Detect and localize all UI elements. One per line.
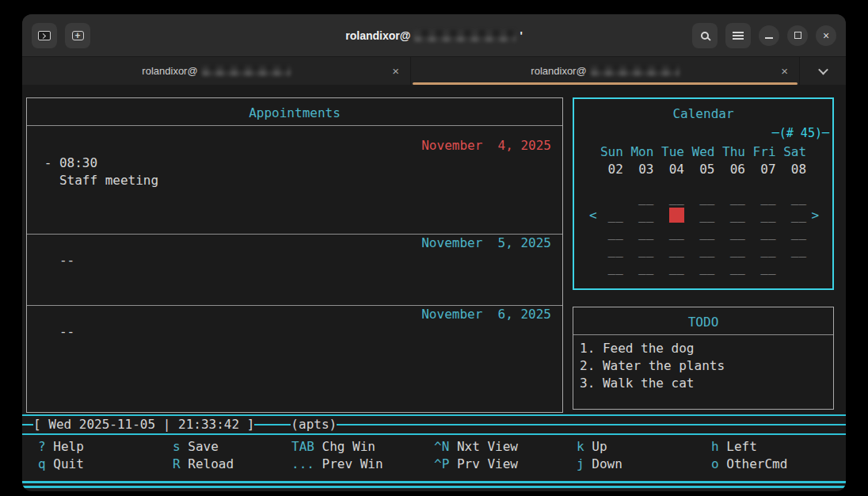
divider xyxy=(254,424,291,425)
tab-2-active[interactable]: rolandixor@ × xyxy=(411,57,800,85)
divider xyxy=(22,486,846,488)
calendar-grid-row: __ __ __ __ __ __ __ xyxy=(600,224,806,242)
redacted-hostname xyxy=(414,30,516,42)
divider xyxy=(22,481,846,483)
todo-list: 1. Feed the dog 2. Water the plants 3. W… xyxy=(573,340,833,392)
help-label: Help xyxy=(53,439,84,454)
todo-item: 1. Feed the dog xyxy=(573,340,833,357)
appointment-section: November 4, 2025 - 08:30 Staff meeting xyxy=(27,137,562,189)
todo-panel: TODO 1. Feed the dog 2. Water the plants… xyxy=(573,307,834,410)
calendar-grid-row: __ __ __ __ __ __ __ xyxy=(600,242,806,259)
tab-2-label: rolandixor@ xyxy=(531,65,586,77)
help-label: OtherCmd xyxy=(726,456,787,471)
terminal-icon xyxy=(38,31,51,40)
keybinding-help-bar: ? Help q Quit s Save R Reload TAB Chg Wi… xyxy=(38,438,839,473)
weekday-header: Sun Mon Tue Wed Thu Fri Sat xyxy=(600,143,806,161)
divider xyxy=(27,125,562,126)
status-bar: [ Wed 2025-11-05 | 21:33:42 ] (apts) xyxy=(22,414,846,435)
help-key: ^P xyxy=(434,456,457,471)
status-line: [ Wed 2025-11-05 | 21:33:42 ] (apts) xyxy=(22,416,846,433)
help-label: Save xyxy=(188,439,219,454)
calendar-grid: < > __ __ __ __ __ __ __ __ __ __ __ __ … xyxy=(600,189,806,277)
day-numbers-row: 02 03 04 05 06 07 08 xyxy=(600,161,806,178)
header-bar: + rolandixor@ ' × xyxy=(22,14,846,57)
status-view-name: (apts) xyxy=(291,416,337,433)
calendar-grid-row: __ __ __ __ __ __ xyxy=(600,259,806,277)
minimize-button[interactable] xyxy=(759,25,779,46)
divider xyxy=(337,424,846,425)
appointment-date: November 6, 2025 xyxy=(27,306,562,323)
help-column: k Up j Down xyxy=(577,438,711,473)
help-label: Quit xyxy=(53,456,84,471)
appointments-title: Appointments xyxy=(27,98,562,125)
day-number: 06 xyxy=(730,162,745,177)
help-label: Prev Win xyxy=(322,456,383,471)
window-title-suffix: ' xyxy=(520,29,522,42)
day-number: 08 xyxy=(791,162,806,177)
appointment-entry: - 08:30 xyxy=(27,155,562,172)
new-tab-icon: + xyxy=(72,31,84,40)
minimize-icon xyxy=(765,37,773,39)
help-column: ^N Nxt View ^P Prv View xyxy=(434,438,577,473)
help-label: Nxt View xyxy=(457,439,518,454)
header-left-actions: + xyxy=(32,23,90,48)
tab-1[interactable]: rolandixor@ × xyxy=(22,57,411,85)
day-number: 07 xyxy=(760,162,775,177)
appointments-panel: Appointments November 4, 2025 - 08:30 St… xyxy=(26,97,563,413)
search-button[interactable] xyxy=(692,23,718,48)
help-label: Chg Win xyxy=(322,439,375,454)
help-column: ? Help q Quit xyxy=(38,438,173,473)
help-column: s Save R Reload xyxy=(173,438,291,473)
new-tab-button[interactable]: + xyxy=(65,23,90,48)
help-column: TAB Chg Win ... Prev Win xyxy=(291,438,434,473)
tab-2-close-icon[interactable]: × xyxy=(781,64,788,78)
appointment-entry: Staff meeting xyxy=(27,172,562,189)
bottom-rule xyxy=(22,481,846,490)
appointment-section: November 6, 2025 -- xyxy=(27,306,562,341)
appointment-entry: -- xyxy=(27,252,562,269)
help-label: Prv View xyxy=(457,456,518,471)
divider xyxy=(22,424,33,425)
terminal-window-button[interactable] xyxy=(32,23,57,48)
redacted-hostname xyxy=(202,66,291,76)
help-key: q xyxy=(38,456,53,471)
help-label: Up xyxy=(592,439,607,454)
todo-title: TODO xyxy=(573,307,833,334)
help-key: ... xyxy=(291,456,322,471)
appointment-entry: -- xyxy=(27,323,562,341)
help-key: ^N xyxy=(434,439,457,454)
todo-item: 3. Walk the cat xyxy=(573,375,833,392)
chevron-down-icon xyxy=(818,65,828,75)
help-label: Reload xyxy=(188,456,234,471)
appointment-section: November 5, 2025 -- xyxy=(27,235,562,269)
status-datetime: [ Wed 2025-11-05 | 21:33:42 ] xyxy=(33,416,254,433)
tab-1-label: rolandixor@ xyxy=(142,65,197,77)
close-icon: × xyxy=(823,30,829,41)
grid-cells: __ __ xyxy=(600,208,669,223)
help-label: Down xyxy=(592,456,622,471)
header-right-actions: × xyxy=(692,23,836,48)
close-button[interactable]: × xyxy=(816,25,836,46)
menu-button[interactable] xyxy=(725,23,751,48)
search-icon xyxy=(701,32,709,40)
terminal-window: + rolandixor@ ' × xyxy=(22,14,846,491)
maximize-button[interactable] xyxy=(787,25,808,46)
help-column: h Left o OtherCmd xyxy=(711,438,839,473)
help-key: R xyxy=(173,456,188,471)
prev-month-arrow: < xyxy=(589,207,597,224)
help-key: s xyxy=(173,439,188,454)
tab-bar: rolandixor@ × rolandixor@ × xyxy=(22,57,846,85)
day-number-selected: 04 xyxy=(669,162,684,177)
terminal-content[interactable]: Appointments November 4, 2025 - 08:30 St… xyxy=(22,85,846,490)
todo-item: 2. Water the plants xyxy=(573,357,833,375)
grid-cells: __ __ __ __ xyxy=(684,208,806,223)
tab-overview-button[interactable] xyxy=(800,57,846,85)
divider xyxy=(573,334,833,335)
tab-1-close-icon[interactable]: × xyxy=(392,64,399,78)
hamburger-menu-icon xyxy=(733,35,744,36)
calendar-grid-row: __ __ __ __ __ __ xyxy=(600,189,806,207)
redacted-hostname xyxy=(591,66,680,76)
help-key: ? xyxy=(38,439,53,454)
next-month-arrow: > xyxy=(811,207,819,224)
help-key: TAB xyxy=(291,439,322,454)
